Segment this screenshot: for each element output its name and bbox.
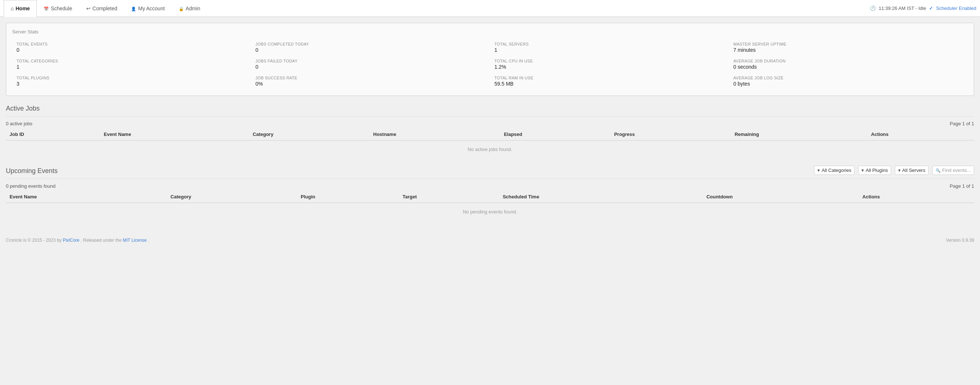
tab-home-label: Home (16, 5, 30, 11)
stat-master-uptime-value: 7 minutes (733, 47, 964, 53)
footer-left: Cronicle is © 2015 - 2023 by PixlCore . … (6, 238, 149, 243)
stat-master-uptime-label: MASTER SERVER UPTIME (733, 42, 964, 46)
stat-total-categories-value: 1 (16, 64, 247, 70)
col-ue-category: Category (167, 191, 297, 203)
lock-icon (179, 5, 184, 11)
tab-home[interactable]: Home (4, 0, 37, 17)
main-content: Server Stats TOTAL EVENTS 0 JOBS COMPLET… (0, 17, 980, 234)
tab-my-account-label: My Account (138, 5, 164, 11)
stat-ram-use: TOTAL RAM IN USE 59.5 MB (490, 73, 729, 89)
stat-cpu-use: TOTAL CPU IN USE 1.2% (490, 56, 729, 73)
col-ue-plugin: Plugin (297, 191, 399, 203)
stat-total-servers-value: 1 (495, 47, 725, 53)
tab-admin[interactable]: Admin (172, 0, 207, 16)
filter-servers[interactable]: All Servers (895, 166, 929, 175)
upcoming-events-thead: Event Name Category Plugin Target Schedu… (6, 191, 974, 203)
stat-jobs-completed-label: JOBS COMPLETED TODAY (255, 42, 485, 46)
footer-license-link[interactable]: MIT License (123, 238, 146, 243)
footer: Cronicle is © 2015 - 2023 by PixlCore . … (0, 234, 980, 246)
tab-admin-label: Admin (186, 5, 200, 11)
upcoming-events-tbody: No pending events found. (6, 203, 974, 221)
check-icon (929, 5, 933, 11)
tab-schedule-label: Schedule (51, 5, 72, 11)
active-jobs-empty-message: No active jobs found. (6, 141, 974, 158)
active-jobs-thead: Job ID Event Name Category Hostname Elap… (6, 129, 974, 141)
stat-jobs-completed: JOBS COMPLETED TODAY 0 (251, 39, 490, 56)
stat-jobs-completed-value: 0 (255, 47, 485, 53)
upcoming-events-section: Upcoming Events All Categories All Plugi… (6, 166, 974, 221)
nav-right: 11:39:26 AM IST - Idle Scheduler Enabled (870, 5, 976, 11)
filter-servers-label: All Servers (902, 168, 925, 173)
tab-completed-label: Completed (92, 5, 118, 11)
stat-cpu-use-value: 1.2% (495, 64, 725, 70)
stat-success-rate-label: JOB SUCCESS RATE (255, 76, 485, 80)
stat-total-events-value: 0 (16, 47, 247, 53)
col-elapsed: Elapsed (500, 129, 610, 141)
tab-completed[interactable]: Completed (79, 0, 124, 16)
footer-period: . (148, 238, 149, 243)
stat-total-plugins: TOTAL PLUGINS 3 (12, 73, 251, 89)
col-category: Category (249, 129, 370, 141)
filter-plugins[interactable]: All Plugins (858, 166, 891, 175)
active-jobs-page: Page 1 of 1 (950, 121, 975, 126)
clock-icon (870, 5, 876, 11)
stat-jobs-failed: JOBS FAILED TODAY 0 (251, 56, 490, 73)
schedule-icon (44, 5, 49, 11)
stat-success-rate-value: 0% (255, 81, 485, 87)
upcoming-events-empty-row: No pending events found. (6, 203, 974, 221)
nav-bar: Home Schedule Completed My Account Admin… (0, 0, 980, 17)
active-jobs-count: 0 active jobs (6, 121, 32, 126)
stat-jobs-failed-label: JOBS FAILED TODAY (255, 59, 485, 63)
upcoming-events-empty-message: No pending events found. (6, 203, 974, 221)
stat-ram-use-value: 59.5 MB (495, 81, 725, 87)
active-jobs-section: Active Jobs 0 active jobs Page 1 of 1 Jo… (6, 103, 974, 158)
user-icon (131, 5, 136, 11)
upcoming-events-title: Upcoming Events (6, 166, 57, 175)
upcoming-events-table: Event Name Category Plugin Target Schedu… (6, 191, 974, 221)
tab-schedule[interactable]: Schedule (37, 0, 79, 16)
stat-total-plugins-label: TOTAL PLUGINS (16, 76, 247, 80)
stat-success-rate: JOB SUCCESS RATE 0% (251, 73, 490, 89)
stat-total-categories: TOTAL CATEGORIES 1 (12, 56, 251, 73)
col-remaining: Remaining (731, 129, 867, 141)
scheduler-status: Scheduler Enabled (936, 5, 976, 11)
stat-avg-duration: AVERAGE JOB DURATION 0 seconds (729, 56, 968, 73)
active-jobs-header-row: Job ID Event Name Category Hostname Elap… (6, 129, 974, 141)
stat-master-uptime: MASTER SERVER UPTIME 7 minutes (729, 39, 968, 56)
filter-plugins-label: All Plugins (865, 168, 888, 173)
col-progress: Progress (610, 129, 731, 141)
stat-total-servers-label: TOTAL SERVERS (495, 42, 725, 46)
active-jobs-title: Active Jobs (6, 103, 974, 112)
col-job-id: Job ID (6, 129, 100, 141)
stat-avg-log-size-label: AVERAGE JOB LOG SIZE (733, 76, 964, 80)
upcoming-events-header-row: Event Name Category Plugin Target Schedu… (6, 191, 974, 203)
status-time: 11:39:26 AM IST - Idle (879, 5, 926, 11)
stat-total-events: TOTAL EVENTS 0 (12, 39, 251, 56)
footer-copyright: is © 2015 - 2023 by (23, 238, 61, 243)
search-icon (935, 168, 941, 173)
history-icon (86, 5, 91, 11)
col-ue-countdown: Countdown (703, 191, 859, 203)
active-jobs-tbody: No active jobs found. (6, 141, 974, 158)
col-event-name: Event Name (100, 129, 249, 141)
filter-controls: All Categories All Plugins All Servers F… (814, 166, 974, 175)
search-events[interactable]: Find events... (932, 166, 974, 175)
stat-avg-duration-value: 0 seconds (733, 64, 964, 70)
active-jobs-divider (6, 116, 974, 117)
stat-total-plugins-value: 3 (16, 81, 247, 87)
stats-grid: TOTAL EVENTS 0 JOBS COMPLETED TODAY 0 TO… (12, 39, 968, 89)
active-jobs-table: Job ID Event Name Category Hostname Elap… (6, 129, 974, 158)
col-ue-target: Target (399, 191, 499, 203)
stat-jobs-failed-value: 0 (255, 64, 485, 70)
stat-avg-duration-label: AVERAGE JOB DURATION (733, 59, 964, 63)
filter-categories[interactable]: All Categories (814, 166, 854, 175)
active-jobs-meta: 0 active jobs Page 1 of 1 (6, 121, 974, 126)
tab-my-account[interactable]: My Account (124, 0, 172, 16)
upcoming-events-meta: 0 pending events found Page 1 of 1 (6, 183, 974, 189)
stat-avg-log-size: AVERAGE JOB LOG SIZE 0 bytes (729, 73, 968, 89)
upcoming-events-page: Page 1 of 1 (950, 183, 975, 189)
filter-categories-label: All Categories (821, 168, 851, 173)
server-stats-title: Server Stats (12, 29, 968, 35)
footer-author-link[interactable]: PixlCore (63, 238, 79, 243)
stat-total-categories-label: TOTAL CATEGORIES (16, 59, 247, 63)
